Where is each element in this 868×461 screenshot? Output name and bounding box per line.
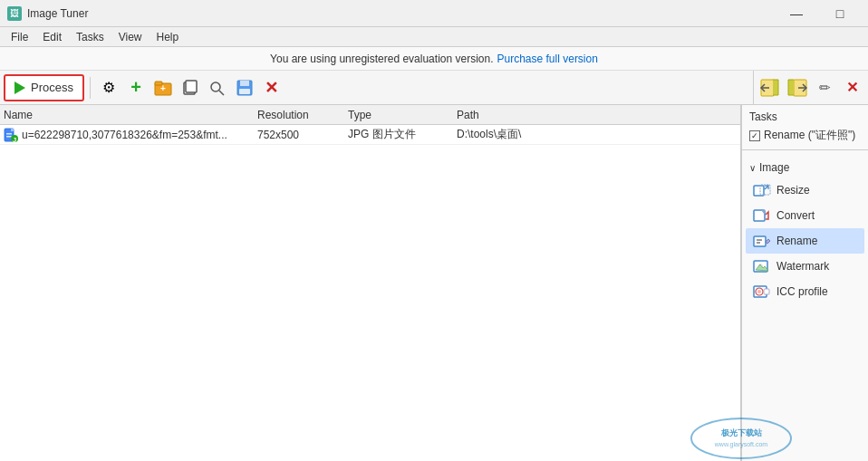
svg-rect-20 [754,186,764,196]
file-path: D:\tools\桌面\ [457,127,737,142]
action-rename[interactable]: Rename [746,228,864,254]
save-button[interactable] [232,75,257,101]
notification-bar: You are using unregistered evaluation ve… [0,47,868,71]
process-button[interactable]: Process [4,74,84,101]
svg-rect-24 [754,236,766,246]
svg-rect-16 [6,133,12,135]
menu-bar: File Edit Tasks View Help [0,27,868,47]
svg-marker-15 [11,129,14,131]
forward-icon [787,79,807,97]
svg-rect-17 [6,136,12,138]
notification-text: You are using unregistered evaluation ve… [270,53,493,65]
col-header-type: Type [348,109,457,121]
icc-icon [753,283,771,300]
task-label: Rename ("证件照") [764,128,855,143]
resize-icon [753,182,771,198]
settings-button[interactable]: ⚙ [96,75,121,101]
action-resize[interactable]: Resize [746,178,864,203]
play-icon [14,82,25,94]
menu-edit[interactable]: Edit [35,27,69,46]
action-icc[interactable]: ICC profile [746,279,864,304]
col-header-resolution: Resolution [257,109,348,121]
menu-help[interactable]: Help [149,27,187,46]
toolbar-separator-1 [90,77,91,99]
title-bar: 🖼 Image Tuner — □ [0,0,868,27]
file-type: JPG 图片文件 [348,127,457,142]
chevron-icon: ∨ [749,163,756,173]
menu-file[interactable]: File [4,27,35,46]
col-header-name: Name [4,109,257,121]
section-label: Image [759,161,789,174]
convert-icon [753,207,771,224]
watermark-icon: © [753,258,771,274]
main-toolbar: Process ⚙ + + ✕ [0,71,868,105]
file-name-cell: J u=622298710,3077618326&fm=253&fmt... [4,128,257,142]
right-toolbar: ✏ ✕ [753,71,868,105]
svg-line-6 [219,91,224,95]
action-watermark[interactable]: © Watermark [746,254,864,279]
table-row[interactable]: J u=622298710,3077618326&fm=253&fmt... 7… [0,125,740,145]
edit-button[interactable]: ✏ [812,75,837,101]
svg-rect-9 [239,89,250,94]
svg-rect-4 [186,81,197,92]
search-icon [208,80,227,96]
task-checkbox[interactable]: ✓ [749,130,760,141]
action-resize-label: Resize [776,184,810,197]
back-button[interactable] [757,75,783,101]
rename-icon [753,233,771,249]
window-controls: — □ [776,0,861,27]
save-icon [236,80,254,96]
purchase-link[interactable]: Purchase full version [497,53,598,65]
svg-text:+: + [160,83,166,93]
process-label: Process [31,81,73,94]
back-icon [760,79,780,97]
copy-icon [181,80,199,96]
file-resolution: 752x500 [257,129,348,141]
action-convert[interactable]: Convert [746,203,864,228]
section-header-image[interactable]: ∨ Image [746,158,864,178]
file-name: u=622298710,3077618326&fm=253&fmt... [22,129,227,141]
action-icc-label: ICC profile [776,285,828,298]
file-icon: J [4,128,18,142]
copy-button[interactable] [178,75,203,101]
maximize-button[interactable]: □ [819,0,861,27]
menu-view[interactable]: View [111,27,149,46]
column-headers: Name Resolution Type Path [0,105,740,125]
delete-button[interactable]: ✕ [259,75,285,101]
menu-tasks[interactable]: Tasks [69,27,111,46]
file-list-area: Name Resolution Type Path J u=62229 [0,105,741,461]
forward-button[interactable] [785,75,810,101]
task-item-rename[interactable]: ✓ Rename ("证件照") [749,127,861,144]
action-convert-label: Convert [776,209,815,222]
image-section: ∨ Image Resize [742,150,868,312]
add-folder-button[interactable]: + [150,75,176,101]
main-area: Name Resolution Type Path J u=62229 [0,105,868,461]
search-button[interactable] [205,75,230,101]
svg-rect-8 [240,81,249,86]
svg-text:J: J [13,135,16,142]
add-file-button[interactable]: + [123,75,149,101]
svg-rect-32 [764,289,769,294]
tasks-section: Tasks ✓ Rename ("证件照") [742,105,868,150]
col-header-path: Path [457,109,737,121]
close-right-button[interactable]: ✕ [839,75,864,101]
folder-add-icon: + [154,80,172,96]
app-title: Image Tuner [27,7,776,20]
action-watermark-label: Watermark [776,260,829,273]
action-rename-label: Rename [776,235,817,247]
svg-point-5 [211,82,220,91]
svg-point-31 [757,290,761,293]
minimize-button[interactable]: — [776,0,817,27]
app-icon: 🖼 [7,6,22,21]
tasks-header: Tasks [749,110,861,123]
right-panel: Tasks ✓ Rename ("证件照") ∨ Image [741,105,868,461]
